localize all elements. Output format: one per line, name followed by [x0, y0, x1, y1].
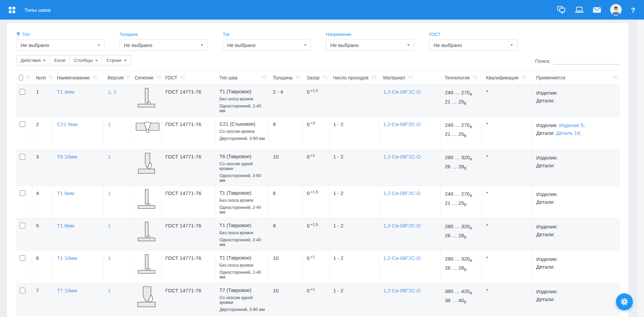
avatar[interactable]: [610, 4, 622, 16]
material-link[interactable]: 1,2-Св-08Г2С-О: [383, 89, 421, 95]
gost-cell: ГОСТ 14771-76: [161, 218, 215, 251]
excel-button[interactable]: Excel: [50, 55, 70, 66]
col-header-gap[interactable]: Зазор: [303, 71, 329, 84]
thickness-cell: 8: [269, 117, 303, 149]
filter-select-thickness[interactable]: Не выбрано: [119, 39, 208, 51]
seam-name-link[interactable]: Т1 10мм: [57, 255, 77, 261]
col-header-seam-type[interactable]: Тип шва: [215, 71, 269, 84]
col-header-gost[interactable]: ГОСТ: [161, 71, 215, 84]
material-cell: 1,2-Св-08Г2С-О: [379, 283, 441, 316]
gap-value: 0: [307, 89, 310, 95]
row-select-cell: [16, 84, 32, 117]
actions-button[interactable]: Действия: [16, 55, 50, 66]
product-link[interactable]: Изделие 5,: [559, 122, 585, 128]
row-checkbox[interactable]: [20, 190, 25, 196]
col-header-name[interactable]: Наименование: [53, 71, 104, 84]
version-link[interactable]: 1: [108, 255, 111, 261]
gap-cell: 0+1,5: [303, 218, 329, 251]
mail-icon[interactable]: [593, 7, 601, 13]
col-header-material[interactable]: Материал: [379, 71, 441, 84]
version-link[interactable]: 1: [108, 223, 111, 228]
row-checkbox[interactable]: [20, 89, 25, 95]
version-link[interactable]: 1: [108, 154, 111, 160]
weld-section-diagram-icon: [136, 303, 157, 309]
seam-type-detail: Со скосом одной кромки: [220, 162, 266, 171]
select-all-checkbox[interactable]: [19, 75, 23, 80]
seam-name-link[interactable]: Т1 8мм: [57, 223, 74, 228]
material-link[interactable]: 1,2-Св-08Г2С-О: [383, 288, 421, 293]
search-input[interactable]: [554, 57, 620, 65]
row-select-cell: [16, 186, 32, 218]
gap-value: 0: [307, 190, 310, 196]
screens-icon[interactable]: [557, 6, 566, 14]
col-header-applies[interactable]: Применяется: [532, 71, 620, 84]
laptop-icon[interactable]: [575, 6, 584, 13]
col-header-section[interactable]: Сечение: [131, 71, 161, 84]
seam-type-cell: Т1 (Тавровое)Без скоса кромокОдносторонн…: [215, 218, 269, 251]
apps-grid-icon[interactable]: [9, 7, 15, 13]
columns-button[interactable]: Столбцы: [69, 55, 102, 66]
name-cell: Т1 10мм: [53, 251, 104, 283]
settings-fab-button[interactable]: [616, 293, 633, 310]
applies-products-line: Изделия:: [536, 288, 618, 295]
seam-type-detail: Односторонний, 3-60 мм: [220, 173, 266, 183]
help-icon[interactable]: ?: [631, 6, 635, 14]
passes-cell: 1 - 2: [329, 149, 379, 186]
row-checkbox[interactable]: [20, 223, 25, 228]
sort-icon: [49, 75, 53, 80]
sort-icon: [92, 75, 97, 80]
table-actions-group: Действия Excel Столбцы Строки: [16, 55, 131, 66]
filter-select-current[interactable]: Не выбрано: [223, 39, 311, 51]
row-checkbox[interactable]: [20, 154, 25, 160]
material-link[interactable]: 1,2-Св-08Г2С-О: [383, 223, 421, 228]
seam-name-link[interactable]: Т6 10мм: [57, 154, 77, 160]
col-header-passes[interactable]: Число проходов: [329, 71, 379, 84]
material-link[interactable]: 1,2-Св-08Г2С-О: [383, 121, 421, 127]
thickness-cell: 2 - 4: [269, 84, 303, 117]
version-link[interactable]: 1: [108, 121, 111, 127]
material-link[interactable]: 1,2-Св-08Г2С-О: [383, 154, 421, 160]
material-link[interactable]: 1,2-Св-08Г2С-О: [383, 190, 421, 196]
scrollbar-track[interactable]: [637, 20, 644, 317]
version-link[interactable]: 1: [108, 190, 111, 196]
applies-products-line: Изделия:: [536, 190, 618, 198]
row-checkbox[interactable]: [20, 255, 25, 261]
row-select-cell: [16, 251, 32, 283]
seam-name-link[interactable]: С21 8мм: [57, 121, 78, 127]
applies-cell: Изделия: Детали:: [532, 186, 620, 218]
row-number-cell: 6: [32, 251, 53, 283]
col-header-qualification[interactable]: Квалификация: [482, 71, 532, 84]
filter-select-type[interactable]: Не выбрано: [16, 39, 105, 51]
rows-button[interactable]: Строки: [102, 55, 131, 66]
section-cell: [131, 283, 161, 316]
col-header-version[interactable]: Версия: [104, 71, 131, 84]
version-link[interactable]: 1, 2: [108, 89, 116, 95]
gap-cell: 0+1,5: [303, 186, 329, 218]
version-link[interactable]: 1: [108, 288, 111, 293]
sort-icon: [408, 75, 413, 80]
applies-cell: Изделия: Детали:: [532, 251, 620, 283]
filter-select-gost[interactable]: Не выбрано: [429, 39, 517, 51]
technology-range: 380 … 420А: [445, 288, 479, 297]
detail-link[interactable]: Деталь 18,: [556, 130, 581, 136]
col-header-num[interactable]: №пп: [32, 71, 53, 84]
seam-type-main: С21 (Стыковое): [220, 121, 266, 127]
material-link[interactable]: 1,2-Св-08Г2С-О: [383, 255, 421, 261]
passes-cell: [329, 84, 379, 117]
sort-icon: [262, 75, 267, 80]
sort-icon[interactable]: [25, 75, 30, 80]
col-header-technology[interactable]: Технология: [441, 71, 482, 84]
seam-name-link[interactable]: Т7 10мм: [57, 288, 77, 293]
seam-name-link[interactable]: Т1 6мм: [57, 190, 74, 196]
col-header-thickness[interactable]: Толщина: [269, 71, 303, 84]
row-checkbox[interactable]: [20, 121, 25, 127]
name-cell: Т1 8мм: [53, 218, 104, 251]
material-cell: 1,2-Св-08Г2С-О: [379, 218, 441, 251]
weld-section-diagram-icon: [135, 130, 160, 136]
filter-select-voltage[interactable]: Не выбрано: [326, 39, 414, 51]
applies-products-line: Изделия:: [536, 154, 618, 162]
seam-name-link[interactable]: Т1 4мм: [57, 89, 74, 95]
row-checkbox[interactable]: [20, 288, 25, 293]
chevron-down-icon: [43, 60, 46, 61]
weld-section-diagram-icon: [136, 170, 157, 176]
